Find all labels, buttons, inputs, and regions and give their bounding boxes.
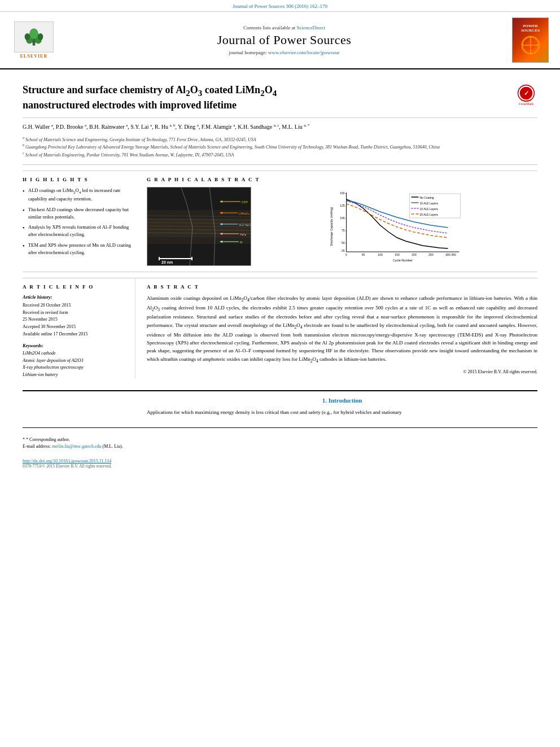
journal-header: ELSEVIER Contents lists available at Sci… [0,12,560,69]
svg-text:150: 150 [395,253,400,256]
abstract-header: A B S T R A C T [147,284,537,290]
svg-point-5 [25,33,30,40]
doi-link[interactable]: http://dx.doi.org/10.1016/j.jpowsour.201… [23,458,537,464]
email-line: E-mail address: meilin.liu@mse.gatech.ed… [23,443,537,450]
received-date: Received 20 October 2015 [23,302,129,309]
svg-point-4 [29,28,38,39]
article-history-title: Article history: [23,294,129,300]
email-label: E-mail address: [23,444,51,449]
bottom-left-spacer [23,397,135,416]
email-link[interactable]: meilin.liu@mse.gatech.edu [52,444,103,449]
svg-point-6 [38,33,43,40]
graphical-abstract-column: G R A P H I C A L A B S T R A C T [147,171,537,266]
svg-text:ALD Al₂O₃: ALD Al₂O₃ [239,223,251,226]
available-date: Available online 17 December 2015 [23,331,129,338]
main-content: Structure and surface chemistry of Al2O3… [0,69,560,474]
copyright: © 2015 Elsevier B.V. All rights reserved… [147,369,537,374]
svg-text:100: 100 [340,216,345,220]
divider-1 [23,164,537,165]
citation-text: Journal of Power Sources 306 (2016) 162–… [233,3,327,9]
contents-line: Contents lists available at ScienceDirec… [56,25,512,30]
footnote-section: * * Corresponding author. E-mail address… [23,427,537,450]
elsevier-tree-icon [23,27,45,47]
bottom-section: 1. Introduction Applications for which m… [23,390,537,416]
crossmark-badge: ✓ CrossMark CrossMark [515,84,537,106]
svg-text:50: 50 [342,241,345,244]
highlights-abstract-section: H I G H L I G H T S ALD coatings on LiMn… [23,171,537,266]
info-abstract-section: A R T I C L E I N F O Article history: R… [23,278,537,379]
tem-image: CFP LiMn₂O₄ ALD Al₂O₃ Al₂C₃ Al [147,187,251,266]
abstract-text: Aluminum oxide coatings deposited on LiM… [147,294,537,365]
email-name: (M.L. Liu). [103,444,123,449]
journal-cover-image: POWERSOURCES [512,18,549,63]
intro-heading: 1. Introduction [147,397,537,404]
article-info-column: A R T I C L E I N F O Article history: R… [23,278,135,379]
elsevier-name-text: ELSEVIER [20,54,47,59]
authors: G.H. Waller a, P.D. Brooke a, B.H. Rainw… [23,123,537,132]
svg-rect-42 [191,257,193,260]
svg-text:150: 150 [340,191,345,195]
journal-header-center: Contents lists available at ScienceDirec… [56,25,512,55]
tem-placeholder: CFP LiMn₂O₄ ALD Al₂O₃ Al₂C₃ Al [147,187,251,265]
corresponding-author: * * Corresponding author. [23,436,537,443]
received-revised-date: Received in revised form25 November 2015 [23,309,129,324]
svg-text:10 ALE Layers: 10 ALE Layers [420,202,439,205]
svg-text:10 ALE Layers: 10 ALE Layers [420,207,439,211]
intro-text: Applications for which maximizing energy… [147,408,537,416]
svg-text:Al: Al [240,241,242,244]
corresponding-label: * Corresponding author. [26,437,70,442]
highlights-list: ALD coatings on LiMn2O4 led to increased… [23,187,135,256]
svg-text:75: 75 [342,229,345,232]
journal-citation: Journal of Power Sources 306 (2016) 162–… [0,0,560,12]
svg-text:CrossMark: CrossMark [521,99,531,102]
affiliations: a School of Materials Science and Engine… [23,136,537,159]
bottom-footer: http://dx.doi.org/10.1016/j.jpowsour.201… [23,456,537,469]
svg-rect-40 [159,258,193,259]
article-info-header: A R T I C L E I N F O [23,284,129,290]
contents-label: Contents lists available at [243,25,295,30]
email-text: meilin.liu@mse.gatech.edu [52,444,102,449]
crossmark-label: CrossMark [519,102,534,106]
svg-text:Cycle Number: Cycle Number [393,259,413,262]
capacity-chart: Discharge Capacity (mAh/g) 150 125 100 7… [257,187,537,266]
tem-svg: CFP LiMn₂O₄ ALD Al₂O₃ Al₂C₃ Al [147,187,251,266]
svg-rect-41 [159,257,160,260]
svg-text:25: 25 [342,249,345,252]
homepage-url: www.elsevier.com/locate/jpowsour [268,50,339,55]
svg-text:350: 350 [451,253,456,256]
cover-graphic [517,34,545,56]
svg-text:Discharge Capacity (mAh/g): Discharge Capacity (mAh/g) [330,207,333,246]
homepage-label: journal homepage: [229,50,267,55]
highlight-item-3: Analysis by XPS reveals formation of Al–… [23,224,135,238]
highlights-header: H I G H L I G H T S [23,177,135,182]
paper-title: Structure and surface chemistry of Al2O3… [23,84,506,112]
accepted-date: Accepted 30 November 2015 [23,324,129,331]
issn-text: 0378-7753/© 2015 Elsevier B.V. All right… [23,464,537,469]
highlight-item-1: ALD coatings on LiMn2O4 led to increased… [23,187,135,203]
science-direct-link[interactable]: ScienceDirect [297,25,325,30]
keywords-title: Keywords: [23,343,129,348]
journal-homepage: journal homepage: www.elsevier.com/locat… [56,50,512,55]
svg-text:✓: ✓ [524,90,529,97]
svg-text:200: 200 [412,253,417,256]
divider-2 [23,272,537,272]
svg-text:300: 300 [445,253,450,256]
svg-text:250: 250 [428,253,434,256]
affiliation-c: c School of Materials Engineering, Purdu… [23,151,537,159]
keywords-section: Keywords: LiMn2O4 cathode Atomic layer d… [23,343,129,379]
science-direct-text: ScienceDirect [297,25,325,30]
svg-text:No Coating: No Coating [420,196,434,199]
elsevier-logo-image [14,21,54,53]
keywords-list: LiMn2O4 cathode Atomic layer deposition … [23,350,129,379]
svg-text:125: 125 [340,204,345,207]
homepage-link[interactable]: www.elsevier.com/locate/jpowsour [268,50,339,55]
paper-title-section: Structure and surface chemistry of Al2O3… [23,75,537,118]
journal-title: Journal of Power Sources [56,33,512,47]
affiliation-a: a School of Materials Science and Engine… [23,136,537,143]
svg-text:50: 50 [362,253,365,256]
highlight-item-2: Thickest ALD coatings show decreased cap… [23,206,135,221]
svg-text:CFP: CFP [242,200,248,204]
chart-svg: Discharge Capacity (mAh/g) 150 125 100 7… [257,187,537,266]
svg-text:0: 0 [345,253,347,256]
graphical-abstract-content: CFP LiMn₂O₄ ALD Al₂O₃ Al₂C₃ Al [147,187,537,266]
